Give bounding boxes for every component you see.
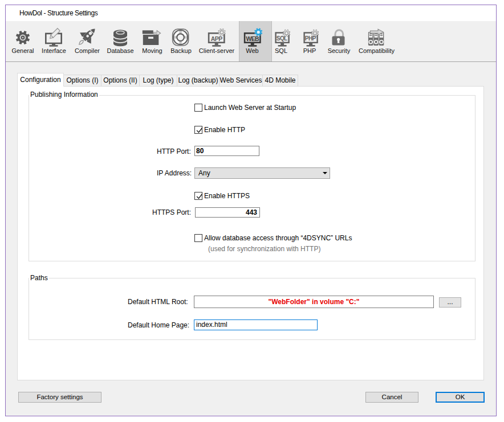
svg-text:APP: APP [211,35,222,42]
svg-text:SQL: SQL [277,35,287,42]
svg-text:PHP: PHP [305,35,316,42]
svg-text:WEB: WEB [246,35,259,42]
